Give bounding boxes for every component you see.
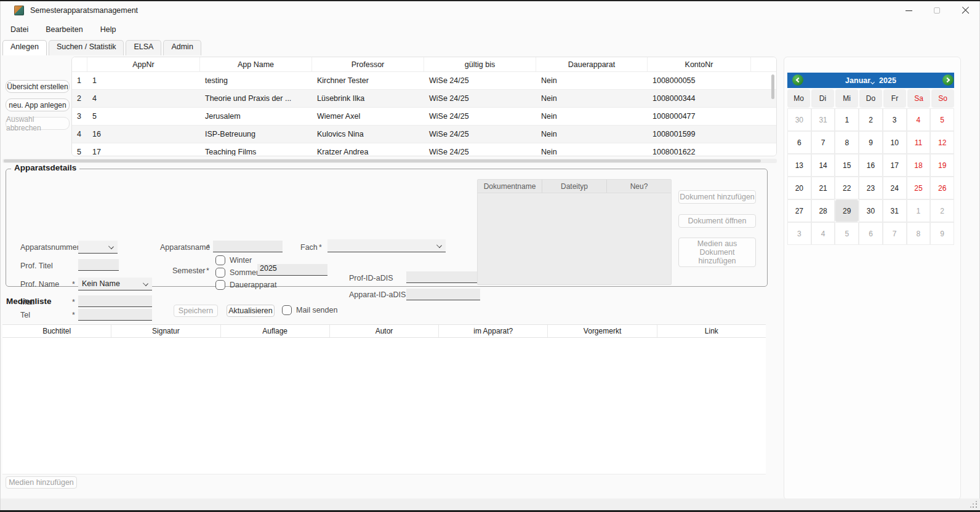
calendar-day[interactable]: 21 [811,177,835,199]
table-row[interactable]: 24Theorie und Praxis der ...Lüsebrink Il… [72,90,776,108]
month-dropdown-caret-icon [870,80,875,84]
calendar-day[interactable]: 18 [907,154,931,177]
tab-elsa[interactable]: ELSA [126,40,161,55]
apparatsname-label: Apparatsname [160,243,210,252]
calendar-day[interactable]: 9 [859,131,883,154]
winter-checkbox[interactable] [215,255,225,265]
prof-name-dropdown[interactable]: Kein Name [78,278,152,290]
table-cell: 16 [87,126,200,143]
calendar-day[interactable]: 7 [883,222,907,245]
aktualisieren-button[interactable]: Aktualisieren [227,305,275,317]
calendar-day[interactable]: 27 [787,199,811,222]
auswahl-abbrechen-button[interactable]: Auswahl abbrechen [6,117,70,130]
calendar-day[interactable]: 5 [930,108,954,131]
neue-app-anlegen-button[interactable]: neu. App anlegen [6,98,70,111]
calendar-day[interactable]: 31 [883,199,907,222]
calendar-day[interactable]: 16 [859,154,883,177]
calendar-day[interactable]: 15 [835,154,859,177]
calendar-day[interactable]: 22 [835,177,859,199]
calendar-day[interactable]: 14 [811,154,835,177]
sommer-checkbox[interactable] [215,268,225,278]
calendar-day[interactable]: 30 [787,108,811,131]
calendar-day[interactable]: 7 [811,131,835,154]
calendar-day[interactable]: 24 [883,177,907,199]
calendar-day[interactable]: 13 [787,154,811,177]
fach-dropdown[interactable] [327,239,446,252]
row-number: 3 [72,108,87,125]
calendar-day[interactable]: 8 [907,222,931,245]
calendar-day[interactable]: 9 [930,222,954,245]
apparat-id-adis-input[interactable] [406,289,480,300]
calendar-day[interactable]: 6 [859,222,883,245]
calendar-day[interactable]: 1 [835,108,859,131]
dauerapparat-checkbox[interactable] [215,280,225,290]
apparat-table-hscrollbar[interactable] [2,159,777,163]
calendar-day[interactable]: 10 [883,131,907,154]
medien-aus-dokument-button[interactable]: Medien aus Dokument hinzufügen [678,238,756,267]
uebersicht-erstellen-button[interactable]: Übersicht erstellen [6,80,70,93]
calendar-day[interactable]: 8 [835,131,859,154]
resize-grip-icon[interactable] [970,501,978,508]
table-row[interactable]: 35JerusalemWiemer AxelWiSe 24/25Nein1008… [72,108,776,126]
window-title: Semesterapparatsmanagement [30,6,138,15]
maximize-button[interactable] [923,1,951,20]
table-cell: 1008000344 [648,90,751,107]
calendar-year[interactable]: 2025 [879,76,896,85]
dauerapparat-label: Dauerapparat [230,281,276,289]
calendar-day[interactable]: 26 [930,177,954,199]
calendar-month[interactable]: Januar [845,76,870,85]
mail-input[interactable] [78,295,152,307]
calendar-day[interactable]: 28 [811,199,835,222]
calendar-day[interactable]: 12 [930,131,954,154]
apparatsname-input[interactable] [213,241,283,252]
apparatsnummer-dropdown[interactable] [78,241,118,254]
calendar-day[interactable]: 3 [787,222,811,245]
table-cell: Theorie und Praxis der ... [200,90,312,107]
calendar-day[interactable]: 2 [930,199,954,222]
medien-hinzufuegen-button[interactable]: Medien hinzufügen [6,476,77,489]
tab-admin[interactable]: Admin [163,40,201,55]
calendar-day[interactable]: 23 [859,177,883,199]
minimize-button[interactable] [894,1,923,20]
calendar-day[interactable]: 11 [907,131,931,154]
prof-id-adis-input[interactable] [406,271,480,283]
calendar-day[interactable]: 20 [787,177,811,199]
calendar-day[interactable]: 5 [835,222,859,245]
calendar-next-month-button[interactable] [942,74,954,86]
table-row[interactable]: 11testingKirchner TesterWiSe 24/25Nein10… [72,72,776,90]
calendar-day[interactable]: 2 [859,108,883,131]
calendar-day[interactable]: 4 [907,108,931,131]
calendar-day[interactable]: 17 [883,154,907,177]
calendar-day[interactable]: 3 [883,108,907,131]
table-cell: WiSe 24/25 [424,90,536,107]
semester-jahr-input[interactable]: 2025 [257,264,327,276]
dokument-hinzufuegen-button[interactable]: Dokument hinzufügen [678,190,756,204]
prof-titel-input[interactable] [78,259,119,271]
calendar-prev-month-button[interactable] [792,74,803,86]
calendar-day[interactable]: 6 [787,131,811,154]
speichern-button[interactable]: Speichern [174,305,218,317]
table-row[interactable]: 416ISP-BetreuungKulovics NinaWiSe 24/25N… [72,126,776,143]
close-button[interactable] [951,1,979,20]
arrow-right-icon [945,78,950,82]
mail-senden-checkbox[interactable] [282,305,292,315]
calendar-day[interactable]: 1 [907,199,931,222]
menu-help[interactable]: Help [94,23,122,36]
calendar-day[interactable]: 31 [811,108,835,131]
calendar-day[interactable]: 30 [859,199,883,222]
table-row[interactable]: 517Teaching FilmsKratzer AndreaWiSe 24/2… [72,143,776,156]
menu-datei[interactable]: Datei [10,23,34,36]
apparat-table-scrollbar[interactable] [771,74,774,99]
calendar-day[interactable]: 25 [907,177,931,199]
apparat-id-adis-label: Apparat-ID-aDIS [349,290,406,299]
calendar-day-selected[interactable]: 29 [835,199,859,222]
tel-input[interactable] [78,309,152,321]
calendar-day[interactable]: 4 [811,222,835,245]
prof-name-label: Prof. Name [20,280,59,289]
tab-anlegen[interactable]: Anlegen [2,40,47,55]
dokument-oeffnen-button[interactable]: Dokument öffnen [678,214,756,228]
tab-suchen-statistik[interactable]: Suchen / Statistik [49,40,124,55]
calendar-day[interactable]: 19 [930,154,954,177]
calendar-dayname: Sa [907,89,930,108]
menu-bearbeiten[interactable]: Bearbeiten [39,23,89,36]
